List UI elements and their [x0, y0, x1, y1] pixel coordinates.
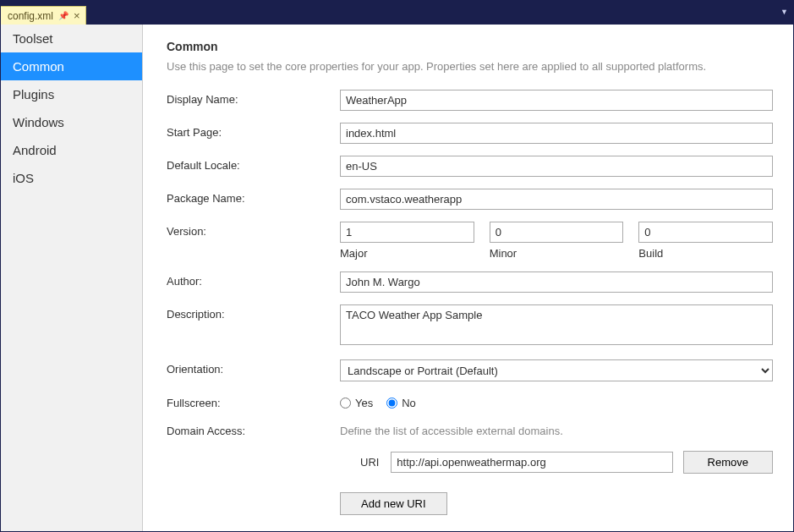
minor-label: Minor: [490, 247, 624, 260]
page-description: Use this page to set the core properties…: [167, 60, 773, 73]
tab-overflow-dropdown[interactable]: ▼: [780, 8, 788, 16]
build-label: Build: [638, 247, 773, 260]
sidebar-item-toolset[interactable]: Toolset: [1, 25, 142, 52]
version-build-input[interactable]: [638, 222, 773, 243]
sidebar-item-plugins[interactable]: Plugins: [1, 80, 142, 108]
pin-icon[interactable]: 📌: [58, 11, 68, 20]
yes-label: Yes: [355, 397, 373, 409]
close-icon[interactable]: ×: [74, 9, 80, 22]
version-minor-input[interactable]: [490, 222, 624, 243]
version-major-input[interactable]: [340, 222, 474, 243]
fullscreen-no-radio[interactable]: [386, 398, 397, 409]
document-tab[interactable]: config.xml 📌 ×: [1, 6, 86, 25]
fullscreen-label: Fullscreen:: [167, 393, 340, 409]
fullscreen-yes-option[interactable]: Yes: [340, 397, 373, 409]
version-label: Version:: [167, 222, 340, 238]
sidebar-item-ios[interactable]: iOS: [1, 164, 142, 192]
tab-strip: config.xml 📌 × ▼: [1, 6, 793, 25]
display-name-label: Display Name:: [167, 90, 340, 106]
domain-access-label: Domain Access:: [167, 421, 340, 437]
no-label: No: [402, 397, 416, 409]
package-name-input[interactable]: [340, 189, 773, 210]
sidebar-item-common[interactable]: Common: [1, 52, 142, 80]
domain-access-description: Define the list of accessible external d…: [340, 421, 773, 437]
start-page-input[interactable]: [340, 123, 773, 144]
body: Toolset Common Plugins Windows Android i…: [1, 25, 793, 531]
sidebar-item-windows[interactable]: Windows: [1, 108, 142, 136]
uri-label: URI: [360, 456, 381, 469]
fullscreen-yes-radio[interactable]: [340, 398, 351, 409]
default-locale-label: Default Locale:: [167, 156, 340, 172]
description-label: Description:: [167, 304, 340, 321]
page-title: Common: [167, 40, 773, 53]
remove-button[interactable]: Remove: [683, 451, 773, 474]
author-input[interactable]: [340, 271, 773, 293]
window: config.xml 📌 × ▼ Toolset Common Plugins …: [0, 0, 794, 532]
orientation-select[interactable]: Landscape or Portrait (Default): [340, 359, 773, 381]
default-locale-input[interactable]: [340, 156, 773, 177]
major-label: Major: [340, 247, 474, 260]
tab-filename: config.xml: [8, 10, 53, 22]
add-uri-button[interactable]: Add new URI: [340, 492, 447, 515]
author-label: Author:: [167, 271, 340, 288]
uri-input[interactable]: [391, 452, 672, 473]
package-name-label: Package Name:: [167, 189, 340, 205]
sidebar-item-android[interactable]: Android: [1, 136, 142, 164]
sidebar: Toolset Common Plugins Windows Android i…: [1, 25, 143, 531]
start-page-label: Start Page:: [167, 123, 340, 139]
display-name-input[interactable]: [340, 90, 773, 111]
fullscreen-no-option[interactable]: No: [386, 397, 416, 409]
description-textarea[interactable]: TACO Weather App Sample: [340, 304, 773, 345]
orientation-label: Orientation:: [167, 359, 340, 376]
main-panel: Common Use this page to set the core pro…: [143, 25, 793, 531]
